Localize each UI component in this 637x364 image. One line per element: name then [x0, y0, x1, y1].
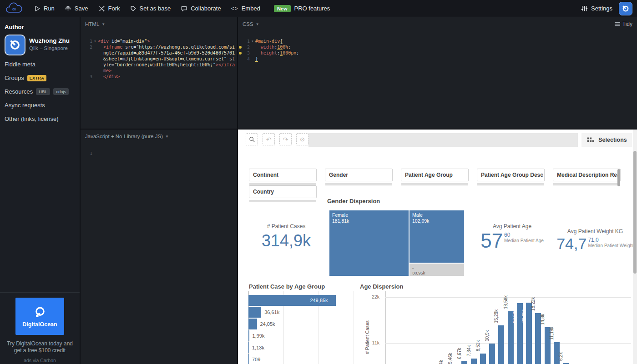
pro-features-link[interactable]: PRO features	[294, 5, 330, 12]
vbar-value-label: 5,46k	[448, 353, 453, 364]
vbar-value-label: 4,4k	[439, 360, 444, 364]
gutter-spacer	[81, 44, 85, 50]
vbar-value-label: 6,2k	[559, 352, 563, 361]
line-number: 4	[243, 56, 250, 62]
gutter-spacer	[81, 150, 85, 156]
html-code-editor[interactable]: 1▾<div id="main-div">2 <iframe src="http…	[81, 31, 237, 80]
sidebar-item-resources[interactable]: Resources URL cdnjs	[5, 88, 69, 95]
chevron-down-icon: ▼	[256, 22, 259, 26]
user-avatar[interactable]	[619, 2, 632, 15]
chevron-down-icon: ▼	[101, 22, 105, 26]
gutter-marker-icon	[238, 44, 243, 50]
vbar-value-label: 15,29k	[494, 309, 499, 323]
vbar-bar[interactable]	[489, 344, 495, 364]
result-scrollbar-thumb[interactable]	[633, 151, 637, 274]
settings-button[interactable]: Settings	[581, 5, 612, 12]
vbar-bar[interactable]	[461, 361, 467, 364]
vbar-plot-area: 4,4k5,46k6,67k7,34k8,52k10,9k15,29k18,58…	[238, 130, 637, 364]
fold-spacer	[250, 50, 255, 56]
sidebar-item-fiddle-meta[interactable]: Fiddle meta	[5, 61, 35, 68]
vbar-bar[interactable]	[498, 325, 504, 364]
settings-label: Settings	[591, 5, 612, 12]
result-scrollbar-track[interactable]	[633, 130, 637, 364]
css-panel-header[interactable]: CSS ▼ Tidy	[238, 17, 637, 31]
gutter-spacer	[81, 62, 85, 68]
sidebar-item-groups[interactable]: Groups EXTRA	[5, 75, 46, 81]
set-as-base-button[interactable]: Set as base	[130, 5, 171, 12]
line-number: 3	[243, 50, 250, 56]
html-panel-title: HTML	[85, 21, 99, 27]
chevron-down-icon: ▼	[165, 135, 169, 139]
code-line[interactable]: 1▾#main-div{	[238, 38, 637, 44]
vbar-value-label: 7,34k	[467, 345, 471, 356]
gutter-spacer	[81, 38, 85, 44]
code-line[interactable]: yle="border:none;width:100%;height:100%;…	[81, 62, 237, 68]
line-number	[85, 56, 92, 62]
jsfiddle-logo-icon[interactable]: ∞	[4, 2, 25, 15]
js-editor-panel: JavaScript + No-Library (pure JS) ▼ 1	[80, 129, 237, 364]
collaborate-button[interactable]: Collaborate	[181, 5, 221, 12]
sidebar-item-other[interactable]: Other (links, license)	[5, 115, 58, 122]
url-badge: URL	[36, 88, 50, 95]
sidebar-divider	[0, 292, 80, 293]
code-brackets-icon: <>	[231, 5, 238, 12]
html-editor-panel: HTML ▼ 1▾<div id="main-div">2 <iframe sr…	[80, 17, 237, 129]
gutter-spacer	[81, 50, 85, 56]
tidy-label: Tidy	[622, 21, 632, 27]
fold-arrow-icon[interactable]: ▾	[92, 38, 98, 44]
author-name-link[interactable]: Wuzhong Zhu	[29, 37, 70, 44]
vbar-bar[interactable]	[526, 303, 532, 364]
tidy-lines-icon	[615, 22, 620, 26]
html-panel-header[interactable]: HTML ▼	[81, 17, 237, 31]
ad-brand-label: DigitalOcean	[22, 321, 57, 328]
tidy-button[interactable]: Tidy	[615, 21, 632, 27]
fold-spacer	[92, 150, 98, 156]
fold-arrow-icon[interactable]: ▾	[250, 38, 255, 44]
js-panel-header[interactable]: JavaScript + No-Library (pure JS) ▼	[81, 130, 237, 143]
code-text: ngle/?appid=a89d477f-571a-46ef-b9d9-520d…	[98, 50, 235, 56]
vbar-value-label: 18,22k	[531, 297, 536, 311]
embed-button[interactable]: <> Embed	[231, 5, 260, 12]
fork-shuffle-icon	[98, 5, 105, 12]
line-number	[85, 50, 92, 56]
author-organization: Qlik – Singapore	[29, 45, 68, 51]
fold-spacer	[92, 44, 98, 50]
line-number: 1	[85, 38, 92, 44]
gutter-spacer	[81, 74, 85, 80]
vbar-value-label: 11,19k	[550, 327, 554, 340]
code-line[interactable]: &sheet=mJjCLn&lang=en-US&opt=ctxmenu,cur…	[81, 56, 237, 62]
code-line[interactable]: 2 width:100%;	[238, 44, 637, 50]
ad-text-link[interactable]: Try DigitalOcean today and get a free $1…	[3, 340, 77, 354]
code-text: <iframe src="https://wuzhong.us.qlikclou…	[98, 44, 235, 50]
fold-spacer	[250, 56, 255, 62]
code-line[interactable]: 4}	[238, 56, 637, 62]
author-avatar[interactable]	[5, 35, 25, 55]
code-line[interactable]: 1	[81, 150, 237, 156]
sidebar-item-async-requests[interactable]: Async requests	[5, 102, 45, 109]
code-text: &sheet=mJjCLn&lang=en-US&opt=ctxmenu,cur…	[98, 56, 235, 62]
set-as-base-label: Set as base	[140, 5, 171, 12]
css-code-editor[interactable]: 1▾#main-div{2 width:100%;3 height:1000px…	[238, 31, 637, 62]
code-line[interactable]: 1▾<div id="main-div">	[81, 38, 237, 44]
code-line[interactable]: 3 height:1000px;	[238, 50, 637, 56]
ad-via-carbon-link[interactable]: ads via Carbon	[0, 358, 80, 363]
code-text: }	[255, 56, 258, 62]
digitalocean-ad[interactable]: DigitalOcean	[15, 298, 64, 335]
code-line[interactable]: 3 </div>	[81, 74, 237, 80]
save-button[interactable]: Save	[65, 5, 88, 12]
code-text: <div id="main-div">	[98, 38, 150, 44]
css-editor-panel: CSS ▼ Tidy 1▾#main-div{2 width:100%;3 he…	[237, 17, 637, 129]
vbar-bar[interactable]	[480, 354, 486, 364]
code-line[interactable]: 2 <iframe src="https://wuzhong.us.qlikcl…	[81, 44, 237, 50]
fork-button[interactable]: Fork	[98, 5, 120, 12]
code-line[interactable]: ngle/?appid=a89d477f-571a-46ef-b9d9-520d…	[81, 50, 237, 56]
js-code-editor[interactable]: 1	[81, 143, 237, 156]
run-button[interactable]: Run	[35, 5, 55, 12]
vbar-bar[interactable]	[471, 359, 477, 364]
code-text: height:1000px;	[255, 50, 299, 56]
chat-bubble-icon	[181, 5, 187, 12]
result-panel: ↶ ↷ ⊘ Selections ContinentGenderPatient …	[237, 129, 637, 364]
svg-text:∞: ∞	[12, 5, 16, 12]
vbar-value-label: 8,52k	[476, 340, 480, 351]
code-line[interactable]: me>	[81, 68, 237, 74]
